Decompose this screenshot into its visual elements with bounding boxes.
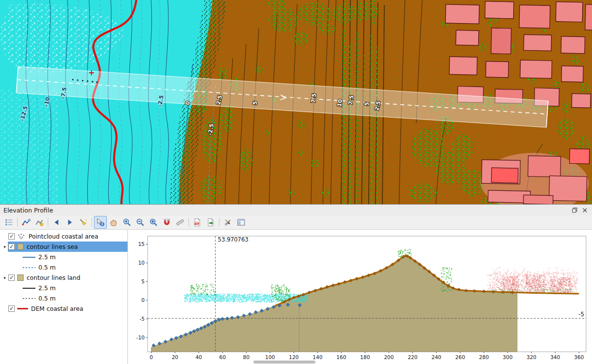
x-axis-tick-label: 360 [574,354,584,360]
map-contour-label: 7.5 [310,93,318,103]
float-panel-button[interactable] [570,206,578,214]
toolbar-separator [48,218,48,227]
capture-curve-button[interactable] [20,216,32,229]
x-axis-tick-label: 0 [150,354,153,360]
map-canvas[interactable]: -12.5-10-7.5-2.50-2.52.557.5107.552.5 [0,0,592,204]
zoom-in-button[interactable] [121,216,133,229]
x-axis-tick-label: 160 [337,354,346,360]
x-axis-tick-label: 100 [265,354,275,360]
crosshair-y-label: -5 [579,311,584,318]
export-as-image-button[interactable] [204,216,217,229]
y-axis-tick-label: 10 [138,260,145,266]
capture-curve-from-feature-button[interactable] [33,216,46,229]
x-axis-tick-label: 40 [195,354,202,360]
nudge-left-button[interactable] [50,216,63,229]
x-axis-tick-label: 300 [503,354,513,360]
layer-tree-item-contour-lines-land[interactable]: ▾✓contour lines land [0,273,127,283]
layer-tree-item-dem-coastal-area[interactable]: ✓DEM coastal area [0,303,127,314]
x-axis-tick-label: 240 [432,354,441,360]
toolbar-separator [17,218,18,227]
svg-text:i: i [101,222,103,226]
toolbar-separator [219,218,219,227]
y-axis-tick-label: -10 [136,334,145,340]
zoom-full-button[interactable] [147,216,160,229]
elevation-profile-chart[interactable]: 53.970763-502040608010012014016018020022… [128,230,592,364]
layer-visibility-checkbox[interactable]: ✓ [8,274,15,281]
options-button[interactable] [221,216,234,229]
close-panel-button[interactable] [581,206,589,214]
elevation-profile-panel: Elevation Profile [0,204,592,364]
zoom-out-button[interactable] [134,216,147,229]
line-black-dashed-swatch [23,295,35,302]
x-axis-tick-label: 120 [289,354,299,360]
x-axis-tick-label: 80 [243,354,249,360]
layer-visibility-checkbox[interactable]: ✓ [8,233,15,240]
x-axis-tick-label: 20 [172,354,178,360]
y-axis-tick-label: -5 [140,316,145,322]
line-blue-dashed-swatch [23,264,35,271]
x-axis-tick-label: 340 [550,354,560,360]
layer-tree-item-label: 2.5 m [38,254,56,261]
layer-tree-item-label: 0.5 m [38,264,56,271]
layer-visibility-checkbox[interactable]: ✓ [8,305,15,312]
profile-layer-tree[interactable]: ✓Pointcloud coastal area▾✓contour lines … [0,230,128,364]
layer-tree-item-2-5-m[interactable]: 2.5 m [0,283,127,293]
profile-plot[interactable]: 53.970763-502040608010012014016018020022… [128,230,592,364]
enable-snapping-button[interactable] [160,216,173,229]
layer-tree-item-label: DEM coastal area [31,305,83,312]
layer-tree-item-0-5-m[interactable]: 0.5 m [0,262,127,273]
layer-tree-item-contour-lines-sea[interactable]: ▾✓contour lines sea [0,242,127,252]
line-red-swatch [17,305,28,312]
map-contour-label: 10 [336,98,344,107]
layer-visibility-checkbox[interactable]: ✓ [8,243,15,250]
svg-text:PDF: PDF [194,222,199,224]
x-axis-tick-label: 140 [312,354,322,360]
show-layer-tree-button[interactable] [2,216,15,229]
export-as-pdf-button[interactable]: PDF [191,216,204,229]
toolbar-separator [92,218,92,227]
x-axis-tick-label: 260 [455,354,465,360]
layer-tree-item-2-5-m[interactable]: 2.5 m [0,252,127,262]
y-axis-tick-label: 15 [138,241,145,247]
expand-arrow-icon[interactable]: ▾ [1,275,8,280]
map-render: -12.5-10-7.5-2.50-2.52.557.5107.552.5 [0,0,592,204]
chart-horizontal-scrollbar[interactable] [253,361,315,364]
group-tan-swatch [17,274,24,281]
x-axis-tick-label: 220 [407,354,417,360]
panel-title: Elevation Profile [3,207,53,214]
identify-features-button[interactable]: i [94,216,107,229]
layer-tree-item-label: Pointcloud coastal area [29,233,98,240]
group-tan-swatch [17,243,24,250]
line-black-solid-swatch [23,285,35,291]
layer-tree-item-label: contour lines land [27,274,80,281]
y-axis-tick-label: 0 [141,297,145,303]
pointcloud-swatch [17,233,26,240]
nudge-right-button[interactable] [63,216,76,229]
x-axis-tick-label: 180 [360,354,370,360]
expand-arrow-icon[interactable]: ▾ [1,244,8,249]
layer-tree-item-label: 0.5 m [38,295,56,302]
x-axis-tick-label: 200 [384,354,394,360]
layer-tree-item-pointcloud-coastal-area[interactable]: ✓Pointcloud coastal area [0,231,127,242]
crosshair-x-label: 53.970763 [218,236,249,243]
y-axis-tick-label: 5 [141,278,145,284]
x-axis-tick-label: 320 [527,354,536,360]
toolbar-separator [188,218,189,227]
layer-tree-item-label: 2.5 m [38,285,56,292]
pan-button[interactable] [107,216,120,229]
layer-tree-item-label: contour lines sea [27,243,78,250]
panel-title-bar: Elevation Profile [0,205,592,215]
dock-button[interactable] [235,216,248,229]
x-axis-tick-label: 60 [219,354,225,360]
profile-toolbar: i PDF [0,215,592,229]
layer-tree-item-0-5-m[interactable]: 0.5 m [0,293,127,303]
measure-distances-button[interactable] [174,216,187,229]
panel-body: ✓Pointcloud coastal area▾✓contour lines … [0,229,592,364]
line-blue-solid-swatch [23,254,35,260]
clear-button[interactable] [77,216,90,229]
x-axis-tick-label: 280 [479,354,489,360]
